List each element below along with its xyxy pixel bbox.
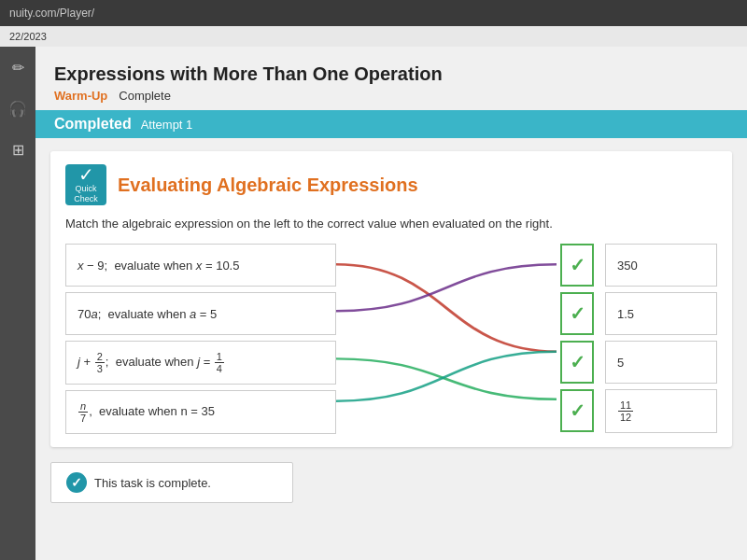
left-column: x − 9; evaluate when x = 10.5 70a; evalu…	[65, 244, 336, 434]
browser-url: nuity.com/Player/	[9, 7, 94, 20]
check-box-3: ✓	[560, 341, 594, 384]
browser-bar: nuity.com/Player/	[0, 0, 747, 26]
task-complete-banner: ✓ This task is complete.	[50, 462, 293, 503]
main-content: Expressions with More Than One Operation…	[35, 47, 747, 560]
sidebar: ✏ 🎧 ⊞	[0, 47, 35, 560]
activity-card: ✓ QuickCheck Evaluating Algebraic Expres…	[50, 151, 732, 447]
matching-lines-svg	[336, 244, 557, 434]
right-item-1: 350	[605, 244, 717, 287]
page-header: Expressions with More Than One Operation…	[35, 47, 747, 110]
lines-area	[336, 244, 557, 434]
page-title: Expressions with More Than One Operation	[54, 63, 728, 85]
left-item-2: 70a; evaluate when a = 5	[65, 292, 336, 335]
pencil-icon[interactable]: ✏	[7, 56, 29, 78]
right-item-4: 1112	[605, 389, 717, 433]
status-bar: Completed Attempt 1	[35, 110, 747, 138]
headphones-icon[interactable]: 🎧	[7, 97, 29, 119]
quick-check-icon: ✓ QuickCheck	[65, 164, 106, 205]
card-header: ✓ QuickCheck Evaluating Algebraic Expres…	[65, 164, 717, 205]
right-item-3: 5	[605, 341, 717, 384]
check-box-1: ✓	[560, 244, 594, 287]
nav-complete[interactable]: Complete	[119, 89, 171, 103]
right-column: 350 1.5 5 1112	[605, 244, 717, 434]
status-attempt: Attempt 1	[141, 118, 193, 132]
quick-check-label: QuickCheck	[74, 184, 98, 204]
check-box-4: ✓	[560, 389, 594, 432]
check-box-2: ✓	[560, 292, 594, 335]
nav-warmup[interactable]: Warm-Up	[54, 89, 107, 103]
left-item-1: x − 9; evaluate when x = 10.5	[65, 244, 336, 287]
status-label: Completed	[54, 116, 132, 133]
page-nav: Warm-Up Complete	[54, 89, 728, 103]
date-text: 22/2023	[9, 31, 47, 42]
instruction-text: Match the algebraic expression on the le…	[65, 217, 717, 231]
left-item-3: j + 23; evaluate when j = 14	[65, 341, 336, 385]
date-bar: 22/2023	[0, 26, 747, 47]
task-complete-text: This task is complete.	[94, 476, 211, 490]
right-item-2: 1.5	[605, 292, 717, 335]
card-title: Evaluating Algebraic Expressions	[118, 175, 418, 196]
task-complete-icon: ✓	[66, 472, 87, 493]
left-item-4: n7, evaluate when n = 35	[65, 390, 336, 434]
check-column: ✓ ✓ ✓ ✓	[560, 244, 601, 434]
checkmark-symbol: ✓	[78, 165, 94, 184]
matching-container: x − 9; evaluate when x = 10.5 70a; evalu…	[65, 244, 717, 434]
grid-icon[interactable]: ⊞	[7, 138, 29, 161]
